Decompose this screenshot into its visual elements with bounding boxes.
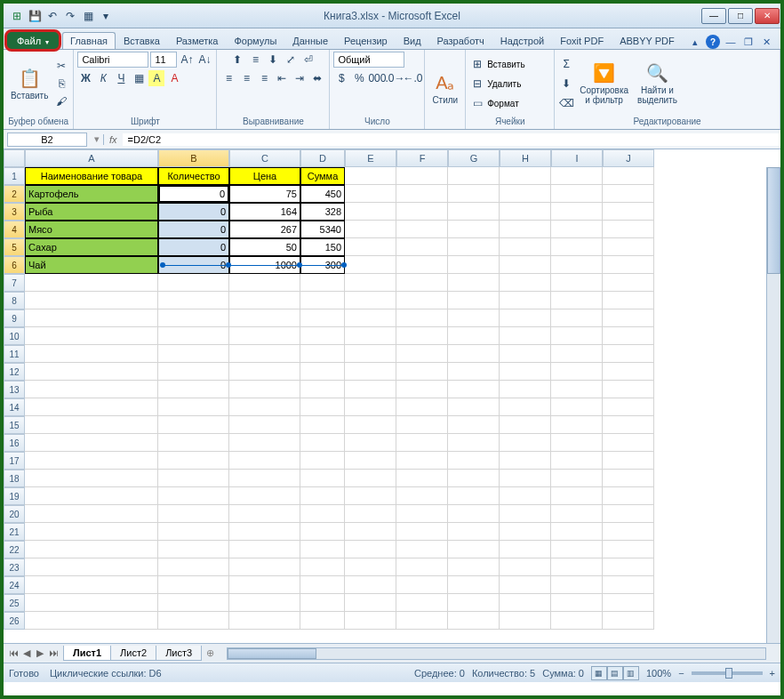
empty-cell[interactable] — [396, 256, 448, 274]
format-painter-icon[interactable]: 🖌 — [53, 93, 69, 109]
empty-cell[interactable] — [345, 434, 396, 452]
currency-icon[interactable]: $ — [333, 70, 349, 86]
empty-cell[interactable] — [229, 612, 300, 630]
empty-cell[interactable] — [25, 345, 158, 363]
align-top-icon[interactable]: ⬆ — [229, 52, 245, 68]
empty-cell[interactable] — [345, 221, 396, 238]
qat-item-icon[interactable]: ▦ — [80, 8, 96, 24]
empty-cell[interactable] — [300, 594, 345, 612]
empty-cell[interactable] — [229, 594, 300, 612]
empty-cell[interactable] — [551, 487, 603, 505]
empty-cell[interactable] — [603, 487, 654, 505]
row-header[interactable]: 4 — [4, 221, 25, 238]
tab-formulas[interactable]: Формулы — [226, 32, 284, 49]
empty-cell[interactable] — [603, 381, 654, 398]
empty-cell[interactable] — [158, 416, 229, 434]
empty-cell[interactable] — [300, 381, 345, 398]
delete-cells-icon[interactable]: ⊟ — [469, 76, 485, 92]
empty-cell[interactable] — [345, 345, 396, 363]
empty-cell[interactable] — [158, 292, 229, 309]
column-header[interactable]: E — [345, 149, 396, 167]
empty-cell[interactable] — [300, 274, 345, 292]
empty-cell[interactable] — [396, 203, 448, 221]
empty-cell[interactable] — [500, 327, 551, 345]
empty-cell[interactable] — [551, 594, 603, 612]
empty-cell[interactable] — [300, 487, 345, 505]
empty-cell[interactable] — [229, 487, 300, 505]
empty-cell[interactable] — [345, 274, 396, 292]
empty-cell[interactable] — [25, 327, 158, 345]
empty-cell[interactable] — [603, 523, 654, 541]
zoom-level[interactable]: 100% — [646, 668, 671, 679]
empty-cell[interactable] — [345, 612, 396, 630]
format-cells-icon[interactable]: ▭ — [469, 95, 485, 111]
merge-icon[interactable]: ⬌ — [309, 70, 325, 86]
empty-cell[interactable] — [345, 505, 396, 523]
tab-developer[interactable]: Разработч — [429, 32, 492, 49]
empty-cell[interactable] — [603, 345, 654, 363]
empty-cell[interactable] — [300, 452, 345, 470]
sum-cell[interactable]: 450 — [300, 185, 345, 203]
column-header[interactable]: B — [158, 149, 229, 167]
row-header[interactable]: 2 — [4, 185, 25, 203]
sheet-nav-last-icon[interactable]: ⏭ — [47, 647, 60, 659]
empty-cell[interactable] — [229, 274, 300, 292]
name-cell[interactable]: Мясо — [25, 221, 158, 238]
empty-cell[interactable] — [551, 434, 603, 452]
row-header[interactable]: 14 — [4, 398, 25, 416]
empty-cell[interactable] — [396, 381, 448, 398]
underline-icon[interactable]: Ч — [113, 70, 129, 86]
empty-cell[interactable] — [345, 487, 396, 505]
name-box[interactable]: B2 — [7, 133, 87, 147]
empty-cell[interactable] — [448, 558, 500, 576]
qty-cell[interactable]: 0 — [158, 221, 229, 238]
minimize-button[interactable]: ― — [701, 8, 726, 24]
empty-cell[interactable] — [500, 398, 551, 416]
align-center-icon[interactable]: ≡ — [238, 70, 254, 86]
empty-cell[interactable] — [300, 612, 345, 630]
empty-cell[interactable] — [300, 327, 345, 345]
wrap-text-icon[interactable]: ⏎ — [300, 52, 316, 68]
empty-cell[interactable] — [229, 292, 300, 309]
empty-cell[interactable] — [603, 398, 654, 416]
fill-icon[interactable]: ⬇ — [558, 76, 574, 92]
empty-cell[interactable] — [229, 381, 300, 398]
empty-cell[interactable] — [345, 363, 396, 381]
percent-icon[interactable]: % — [351, 70, 367, 86]
empty-cell[interactable] — [25, 487, 158, 505]
empty-cell[interactable] — [300, 416, 345, 434]
empty-cell[interactable] — [603, 558, 654, 576]
empty-cell[interactable] — [500, 221, 551, 238]
empty-cell[interactable] — [158, 487, 229, 505]
sheet-nav-next-icon[interactable]: ▶ — [34, 647, 46, 659]
decrease-font-icon[interactable]: A↓ — [196, 52, 212, 68]
empty-cell[interactable] — [551, 452, 603, 470]
font-color-icon[interactable]: A — [166, 70, 182, 86]
worksheet-grid[interactable]: ABCDEFGHIJ1Наименование товараКоличество… — [4, 149, 780, 643]
scroll-thumb[interactable] — [767, 167, 780, 274]
header-cell[interactable]: Наименование товара — [25, 167, 158, 185]
empty-cell[interactable] — [396, 523, 448, 541]
empty-cell[interactable] — [603, 185, 654, 203]
select-all-corner[interactable] — [4, 149, 25, 167]
empty-cell[interactable] — [25, 576, 158, 594]
empty-cell[interactable] — [396, 576, 448, 594]
empty-cell[interactable] — [551, 345, 603, 363]
empty-cell[interactable] — [300, 523, 345, 541]
view-normal-icon[interactable]: ▦ — [591, 666, 607, 680]
empty-cell[interactable] — [396, 292, 448, 309]
empty-cell[interactable] — [551, 274, 603, 292]
empty-cell[interactable] — [345, 416, 396, 434]
empty-cell[interactable] — [603, 203, 654, 221]
tab-view[interactable]: Вид — [396, 32, 429, 49]
empty-cell[interactable] — [345, 185, 396, 203]
row-header[interactable]: 9 — [4, 309, 25, 327]
empty-cell[interactable] — [25, 274, 158, 292]
row-header[interactable]: 16 — [4, 434, 25, 452]
empty-cell[interactable] — [158, 274, 229, 292]
empty-cell[interactable] — [448, 612, 500, 630]
tab-addins[interactable]: Надстрой — [492, 32, 552, 49]
empty-cell[interactable] — [551, 221, 603, 238]
empty-cell[interactable] — [25, 541, 158, 558]
row-header[interactable]: 10 — [4, 327, 25, 345]
